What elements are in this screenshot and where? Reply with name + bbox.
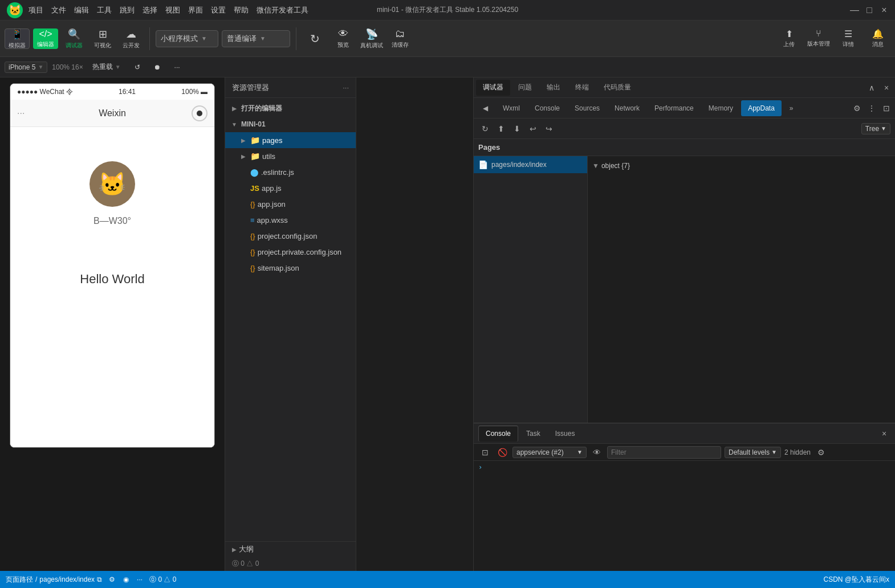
console-filter-input[interactable] xyxy=(607,446,721,459)
sitemap-file[interactable]: ▶ {} sitemap.json xyxy=(225,260,356,276)
nav-dots[interactable]: ··· xyxy=(17,108,25,119)
devtool-more[interactable]: » xyxy=(783,100,800,116)
console-block-icon[interactable]: ⊡ xyxy=(478,446,492,459)
tab-codequality[interactable]: 代码质量 xyxy=(597,80,638,96)
console-tab-console[interactable]: Console xyxy=(478,426,518,442)
menu-goto[interactable]: 跳到 xyxy=(120,5,135,15)
maximize-button[interactable]: □ xyxy=(865,6,873,14)
page-item-index[interactable]: 📄 pages/index/index xyxy=(474,156,587,173)
menu-view[interactable]: 视图 xyxy=(165,5,180,15)
refresh-icon-btn[interactable]: ↺ xyxy=(130,61,145,74)
console-caret[interactable]: › xyxy=(478,463,482,471)
refresh-btn[interactable]: ↻ xyxy=(302,28,327,49)
nav-record-btn[interactable] xyxy=(192,105,208,121)
source-dropdown[interactable]: appservice (#2) ▼ xyxy=(512,447,587,458)
tab-output[interactable]: 输出 xyxy=(540,80,567,96)
console-block-btn2[interactable]: 🚫 xyxy=(495,446,509,459)
devtool-memory[interactable]: Memory xyxy=(702,100,740,116)
menu-settings[interactable]: 设置 xyxy=(211,5,226,15)
appjson-name: app.json xyxy=(258,200,286,209)
devtool-sources[interactable]: Sources xyxy=(568,100,607,116)
more-btn[interactable]: ··· xyxy=(170,61,185,74)
open-editors-section[interactable]: ▶ 打开的编辑器 xyxy=(225,100,356,116)
file-tree: ▶ 打开的编辑器 ▼ MINI-01 ▶ 📁 pages ▶ 📁 utils xyxy=(225,98,356,541)
devtools-settings-btn[interactable]: ⚙ xyxy=(851,102,863,115)
panel-up-btn[interactable]: ∧ xyxy=(865,81,878,94)
hotreload-btn[interactable]: 热重载 ▼ xyxy=(88,60,125,74)
menu-interface[interactable]: 界面 xyxy=(188,5,203,15)
tab-debugger[interactable]: 调试器 xyxy=(476,80,510,96)
projectprivateconfig-file[interactable]: ▶ {} project.private.config.json xyxy=(225,244,356,260)
realtest-btn[interactable]: 📡 真机调试 xyxy=(359,28,384,49)
default-levels-dropdown[interactable]: Default levels ▼ xyxy=(725,447,781,458)
menu-edit[interactable]: 编辑 xyxy=(74,5,89,15)
menu-tool[interactable]: 工具 xyxy=(97,5,112,15)
record-btn[interactable]: ⏺ xyxy=(149,61,165,74)
appwxss-file[interactable]: ▶ ≡ app.wxss xyxy=(225,212,356,228)
menu-help[interactable]: 帮助 xyxy=(234,5,249,15)
panel-close-btn[interactable]: × xyxy=(880,81,893,94)
eslintrc-file[interactable]: ▶ ⬤ .eslintrc.js xyxy=(225,164,356,180)
status-icons: ⚙ ◉ ··· xyxy=(107,574,145,585)
simulator-btn[interactable]: 📱 模拟器 xyxy=(5,28,30,49)
devtool-performance[interactable]: Performance xyxy=(648,100,701,116)
projectconfig-file[interactable]: ▶ {} project.config.json xyxy=(225,228,356,244)
project-section[interactable]: ▼ MINI-01 xyxy=(225,116,356,132)
project-arrow: ▼ xyxy=(230,121,239,128)
message-btn[interactable]: 🔔 消息 xyxy=(865,28,890,48)
console-tab-task[interactable]: Task xyxy=(519,426,547,442)
pages-folder[interactable]: ▶ 📁 pages xyxy=(225,132,356,148)
appdata-down[interactable]: ⬇ xyxy=(510,122,524,136)
appdata-redo[interactable]: ↪ xyxy=(542,122,556,136)
minimize-button[interactable]: — xyxy=(851,6,859,14)
device-select[interactable]: iPhone 5 ▼ xyxy=(5,62,47,73)
explorer-more[interactable]: ··· xyxy=(343,83,349,92)
version-btn[interactable]: ⑂ 版本管理 xyxy=(806,28,831,48)
appjson-file[interactable]: ▶ {} app.json xyxy=(225,196,356,212)
source-label: appservice (#2) xyxy=(516,448,564,456)
tab-terminal[interactable]: 终端 xyxy=(568,80,596,96)
menu-devtool[interactable]: 微信开发者工具 xyxy=(257,5,308,15)
close-button[interactable]: × xyxy=(880,6,888,14)
appdata-refresh[interactable]: ↻ xyxy=(478,122,492,136)
devtool-wxml[interactable]: Wxml xyxy=(496,100,527,116)
mode-dropdown[interactable]: 小程序模式 ▼ xyxy=(156,30,218,47)
utils-folder[interactable]: ▶ 📁 utils xyxy=(225,148,356,164)
menu-file[interactable]: 文件 xyxy=(51,5,66,15)
detail-btn[interactable]: ☰ 详情 xyxy=(836,28,861,48)
status-eye-btn[interactable]: ◉ xyxy=(121,574,131,585)
utils-folder-icon: 📁 xyxy=(250,152,260,161)
devtools-more-btn[interactable]: ⋮ xyxy=(865,102,878,115)
menu-select[interactable]: 选择 xyxy=(143,5,157,15)
status-count: ⓪ 0 △ 0 xyxy=(232,559,259,569)
console-close-btn[interactable]: × xyxy=(878,427,890,440)
devtool-network[interactable]: Network xyxy=(608,100,646,116)
menu-project[interactable]: 项目 xyxy=(29,5,43,15)
outline-section[interactable]: ▶ 大纲 xyxy=(225,541,356,557)
battery-icon: ▬ xyxy=(201,88,208,96)
cloud-btn[interactable]: ☁ 云开发 xyxy=(119,28,144,49)
clearcache-btn[interactable]: 🗂 清缓存 xyxy=(388,28,413,49)
upload-btn[interactable]: ⬆ 上传 xyxy=(776,28,802,48)
obj-expand-arrow[interactable]: ▼ xyxy=(592,162,599,170)
devtool-console[interactable]: Console xyxy=(528,100,567,116)
console-settings-btn[interactable]: ⚙ xyxy=(814,446,828,459)
status-settings-btn[interactable]: ⚙ xyxy=(107,574,117,585)
appdata-up[interactable]: ⬆ xyxy=(494,122,508,136)
tree-dropdown[interactable]: Tree ▼ xyxy=(861,123,890,134)
devtools-undock-btn[interactable]: ⊡ xyxy=(880,102,893,115)
compile-dropdown[interactable]: 普通编译 ▼ xyxy=(222,30,290,47)
devtool-back-btn[interactable]: ◀ xyxy=(476,100,495,116)
copy-icon[interactable]: ⧉ xyxy=(97,575,102,583)
console-tab-issues[interactable]: Issues xyxy=(548,426,582,442)
devtool-appdata[interactable]: AppData xyxy=(741,100,782,116)
visualize-btn[interactable]: ⊞ 可视化 xyxy=(90,28,115,49)
editor-btn[interactable]: </> 编辑器 xyxy=(33,28,58,49)
status-more-btn[interactable]: ··· xyxy=(135,574,145,585)
debugger-btn[interactable]: 🔍 调试器 xyxy=(62,28,87,49)
appjs-file[interactable]: ▶ JS app.js xyxy=(225,180,356,196)
preview-btn[interactable]: 👁 预览 xyxy=(331,28,356,49)
tab-issues[interactable]: 问题 xyxy=(511,80,539,96)
console-eye-icon[interactable]: 👁 xyxy=(590,446,604,459)
appdata-undo[interactable]: ↩ xyxy=(526,122,540,136)
